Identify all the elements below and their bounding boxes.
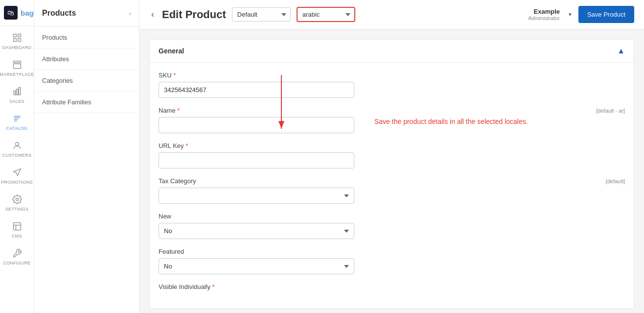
sidebar-item-customers[interactable]: CUSTOMERS — [0, 136, 34, 163]
sidebar-item-settings[interactable]: SETTINGS — [0, 190, 34, 217]
save-product-button[interactable]: Save Product — [578, 6, 634, 23]
tax-category-label: Tax Category — [159, 177, 196, 185]
form-group-featured: Featured No Yes — [159, 248, 625, 274]
user-info: Example Administrator — [528, 8, 560, 21]
sku-label: SKU * — [159, 72, 176, 79]
form-label-visible-individually: Visible Individually * — [159, 283, 625, 290]
sidebar-item-cms-label: CMS — [12, 234, 22, 239]
nav-item-categories[interactable]: Categories — [34, 70, 139, 92]
form-label-name: Name * [default - ar] — [159, 107, 625, 114]
logo-icon: 🛍 — [4, 6, 18, 20]
sku-input[interactable] — [159, 82, 354, 98]
form-label-new: New — [159, 213, 625, 220]
sidebar-item-configure-label: CONFIGURE — [3, 261, 31, 265]
sidebar-item-marketplace-label: MARKETPLACE — [0, 72, 34, 77]
settings-icon — [12, 194, 22, 205]
back-button[interactable]: ‹ — [149, 7, 156, 22]
content-body: Save the product details in all the sele… — [139, 29, 644, 313]
dropdown-arrow-icon: ▼ — [568, 12, 573, 17]
svg-point-8 — [16, 198, 18, 201]
sidebar-item-configure[interactable]: CONFIGURE — [0, 243, 34, 270]
form-label-sku: SKU * — [159, 72, 625, 79]
sidebar-item-settings-label: SETTINGS — [5, 207, 28, 212]
svg-rect-0 — [13, 34, 16, 37]
visible-individually-label: Visible Individually * — [159, 283, 215, 290]
sidebar-item-catalog-label: CATALOG — [6, 126, 28, 131]
nav-panel-arrow-icon: › — [129, 9, 131, 17]
locale-dropdown[interactable]: arabic english — [297, 7, 355, 22]
sidebar: 🛍 bagisto DASHBOARD MARKETPLACE SALES CA… — [0, 0, 34, 313]
sidebar-item-sales-label: SALES — [9, 99, 24, 104]
section-toggle-icon: ▲ — [617, 47, 625, 55]
nav-item-products[interactable]: Products — [34, 27, 139, 48]
url-key-label: URL Key * — [159, 142, 188, 149]
top-bar-right: Example Administrator ▼ Save Product — [528, 6, 634, 23]
sidebar-item-customers-label: CUSTOMERS — [2, 153, 31, 158]
tax-category-meta: [default] — [606, 178, 625, 184]
sidebar-item-catalog[interactable]: CATALOG — [0, 109, 34, 136]
channel-dropdown[interactable]: Default — [232, 7, 291, 22]
url-key-input[interactable] — [159, 152, 354, 169]
section-title-general: General — [159, 47, 184, 55]
section-header-general[interactable]: General ▲ — [150, 40, 634, 63]
configure-icon — [12, 248, 22, 259]
sidebar-item-promotions-label: PROMOTIONS — [1, 180, 33, 185]
name-input[interactable] — [159, 117, 354, 133]
customers-icon — [12, 141, 22, 151]
svg-rect-4 — [14, 91, 15, 95]
form-group-tax-category: Tax Category [default] — [159, 177, 625, 204]
svg-point-7 — [15, 142, 19, 145]
form-label-tax-category: Tax Category [default] — [159, 177, 625, 185]
nav-item-attributes[interactable]: Attributes — [34, 48, 139, 70]
form-label-url-key: URL Key * — [159, 142, 625, 149]
svg-rect-9 — [13, 223, 21, 230]
svg-rect-1 — [18, 34, 21, 37]
form-group-url-key: URL Key * — [159, 142, 625, 169]
tax-category-select[interactable] — [159, 188, 354, 204]
section-body-general: SKU * Name * [default - ar] — [150, 63, 634, 308]
top-bar-left: ‹ Edit Product Default arabic english — [149, 7, 355, 22]
sidebar-item-sales[interactable]: SALES — [0, 82, 34, 109]
dashboard-icon — [12, 33, 22, 44]
svg-rect-6 — [19, 88, 20, 95]
top-bar: ‹ Edit Product Default arabic english Ex… — [139, 0, 644, 29]
user-name: Example — [528, 8, 560, 15]
nav-panel-header: Products › — [34, 0, 139, 27]
nav-item-attribute-families[interactable]: Attribute Families — [34, 92, 139, 113]
svg-rect-2 — [13, 39, 16, 42]
sidebar-item-cms[interactable]: CMS — [0, 217, 34, 243]
sidebar-item-dashboard[interactable]: DASHBOARD — [0, 28, 34, 55]
nav-panel-title: Products — [42, 9, 76, 18]
new-label: New — [159, 213, 171, 220]
promotions-icon — [12, 168, 22, 178]
catalog-icon — [12, 114, 22, 124]
form-group-new: New No Yes — [159, 213, 625, 239]
sidebar-item-marketplace[interactable]: MARKETPLACE — [0, 55, 34, 82]
logo[interactable]: 🛍 bagisto — [0, 0, 34, 26]
form-group-visible-individually: Visible Individually * — [159, 283, 625, 290]
form-group-sku: SKU * — [159, 72, 625, 98]
form-label-featured: Featured — [159, 248, 625, 255]
general-section: General ▲ SKU * Name — [149, 39, 634, 309]
sales-icon — [12, 87, 22, 97]
svg-rect-3 — [18, 39, 21, 42]
cms-icon — [12, 221, 22, 232]
featured-select[interactable]: No Yes — [159, 258, 354, 274]
page-title: Edit Product — [162, 8, 226, 21]
sidebar-item-dashboard-label: DASHBOARD — [2, 45, 32, 50]
sidebar-item-promotions[interactable]: PROMOTIONS — [0, 163, 34, 190]
featured-label: Featured — [159, 248, 184, 255]
main-content: ‹ Edit Product Default arabic english Ex… — [139, 0, 644, 313]
form-group-name: Name * [default - ar] — [159, 107, 625, 133]
name-label-meta: [default - ar] — [596, 108, 625, 114]
new-select[interactable]: No Yes — [159, 223, 354, 239]
marketplace-icon — [12, 60, 22, 71]
name-label: Name * — [159, 107, 180, 114]
nav-panel: Products › Products Attributes Categorie… — [34, 0, 139, 313]
svg-rect-5 — [16, 89, 18, 95]
user-role: Administrator — [528, 15, 560, 21]
